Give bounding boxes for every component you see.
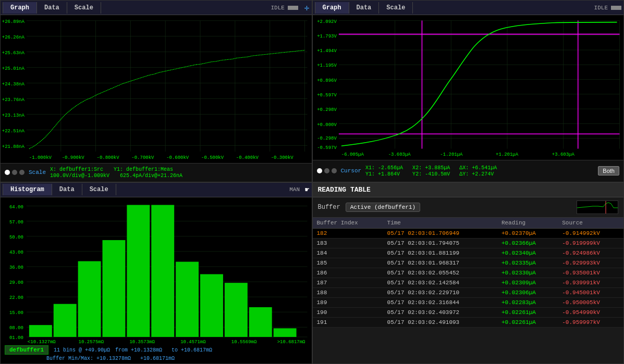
table-row[interactable]: 190 05/17 02:03:02.403972 +0.02261µA -0.… xyxy=(313,307,624,317)
tab-data-p1[interactable]: Data xyxy=(37,2,67,14)
svg-text:-0.298V: -0.298V xyxy=(317,135,337,141)
chart-area-p1: +26.89nA +26.26nA +25.63nA +25.01nA +24.… xyxy=(1,15,312,163)
svg-text:10.3573mΩ: 10.3573mΩ xyxy=(129,339,155,343)
cell-source: -0.914992kV xyxy=(558,228,623,238)
cell-reading: +0.02261µA xyxy=(497,307,558,317)
cell-source: -0.954990kV xyxy=(558,307,623,317)
cell-source: -0.935001kV xyxy=(558,268,623,278)
svg-text:-6.005µA: -6.005µA xyxy=(341,152,363,157)
dot-2-p1[interactable] xyxy=(12,170,17,175)
buffer-row: Buffer Active (defbuffer1) xyxy=(313,197,624,218)
cursor-info-p2: X1: -2.656µA X2: +3.885µA ΔX: +6.541µA Y… xyxy=(365,165,594,177)
table-row[interactable]: 183 05/17 02:03:01.794075 +0.02366µA -0.… xyxy=(313,238,624,248)
x-val-p1: 100.0V/div@-1.009kV xyxy=(50,173,109,179)
svg-text:+3.603µA: +3.603µA xyxy=(552,152,574,157)
cell-index: 189 xyxy=(313,297,383,307)
hist-bar-11 xyxy=(274,328,297,337)
dot-2-p2[interactable] xyxy=(324,168,329,173)
svg-text:43.00: 43.00 xyxy=(9,249,23,255)
buffer-select[interactable]: Active (defbuffer1) xyxy=(346,203,420,212)
table-row[interactable]: 185 05/17 02:03:01.968317 +0.02335µA -0.… xyxy=(313,258,624,268)
tab-histogram-p3[interactable]: Histogram xyxy=(3,184,52,195)
reading-table-title: READING TABLE xyxy=(313,183,624,197)
hist-bar-2 xyxy=(54,304,77,336)
dot-3-p1[interactable] xyxy=(19,170,25,175)
svg-text:15.00: 15.00 xyxy=(9,310,23,316)
tab-scale-p2[interactable]: Scale xyxy=(379,2,413,14)
dot-3-p2[interactable] xyxy=(332,168,337,173)
svg-text:+1.195V: +1.195V xyxy=(317,62,337,68)
svg-text:50.00: 50.00 xyxy=(9,234,23,240)
cell-time: 05/17 02:03:01.794075 xyxy=(383,238,497,248)
svg-text:-0.300kV: -0.300kV xyxy=(271,155,293,160)
cell-reading: +0.02330µA xyxy=(497,268,558,278)
table-row[interactable]: 189 05/17 02:03:02.316844 +0.02283µA -0.… xyxy=(313,297,624,307)
table-row[interactable]: 184 05/17 02:03:01.881199 +0.02340µA -0.… xyxy=(313,248,624,258)
svg-text:+0.896V: +0.896V xyxy=(317,78,337,83)
y-val-p1: 625.4pA/div@+21.26nA xyxy=(120,173,182,179)
range-info: from +10.1328mΩ to +10.6817mΩ xyxy=(115,347,212,353)
col-buffer-index: Buffer Index xyxy=(313,218,383,229)
table-row[interactable]: 187 05/17 02:03:02.142584 +0.02309µA -0.… xyxy=(313,278,624,287)
cell-time: 05/17 02:03:02.316844 xyxy=(383,297,497,307)
table-row[interactable]: 182 05/17 02:03:01.706949 +0.02370µA -0.… xyxy=(313,228,624,238)
svg-text:57.00: 57.00 xyxy=(9,219,23,224)
svg-text:10.4571mΩ: 10.4571mΩ xyxy=(180,339,206,343)
cell-source: -0.924986kV xyxy=(558,248,623,258)
panel-scurve: Graph Data Scale IDLE xyxy=(312,0,625,182)
move-icon-p1[interactable]: ✛ xyxy=(304,3,310,13)
tab-scale-p3[interactable]: Scale xyxy=(82,184,116,195)
svg-text:64.00: 64.00 xyxy=(9,204,23,209)
cursor-row1: X1: -2.656µA X2: +3.885µA ΔX: +6.541µA xyxy=(365,165,594,171)
cell-reading: +0.02306µA xyxy=(497,287,558,297)
idle-indicator-p2 xyxy=(611,6,621,10)
svg-text:+23.13nA: +23.13nA xyxy=(2,112,25,118)
cell-reading: +0.02335µA xyxy=(497,258,558,268)
svg-text:+2.092V: +2.092V xyxy=(317,18,337,24)
tab-graph-p2[interactable]: Graph xyxy=(315,2,349,14)
both-button[interactable]: Both xyxy=(598,166,619,175)
dot-controls-p1 xyxy=(5,170,25,175)
cell-index: 186 xyxy=(313,268,383,278)
svg-text:36.00: 36.00 xyxy=(9,264,23,270)
hist-bar-6 xyxy=(151,205,174,336)
svg-text:+0.597V: +0.597V xyxy=(317,92,337,98)
svg-text:29.00: 29.00 xyxy=(9,280,23,285)
hand-icon-p3: ☛ xyxy=(305,185,309,194)
svg-text:>10.6817mΩ: >10.6817mΩ xyxy=(277,339,305,343)
mini-chart xyxy=(577,200,618,214)
svg-text:+1.793V: +1.793V xyxy=(317,33,337,39)
tab-data-p3[interactable]: Data xyxy=(52,184,82,195)
tab-data-p2[interactable]: Data xyxy=(349,2,380,14)
bottom-bar-p1: Scale X: defbuffer1:Src Y1: defbuffer1:M… xyxy=(1,163,312,182)
dot-controls-p2 xyxy=(317,168,337,173)
cell-source: -0.939991kV xyxy=(558,278,623,287)
svg-text:+21.88nA: +21.88nA xyxy=(2,143,25,149)
status-p2: IDLE xyxy=(594,5,621,11)
tab-scale-p1[interactable]: Scale xyxy=(67,2,101,14)
col-time: Time xyxy=(383,218,497,229)
minmax-info: Buffer Min/Max: +10.13278mΩ +10.68171mΩ xyxy=(5,356,308,361)
table-row[interactable]: 188 05/17 02:03:02.229710 +0.02306µA -0.… xyxy=(313,287,624,297)
svg-text:-0.800kV: -0.800kV xyxy=(97,155,119,160)
svg-text:-0.600kV: -0.600kV xyxy=(166,155,189,160)
scale-info-p1: X: defbuffer1:Src Y1: defbuffer1:Meas 10… xyxy=(50,167,182,179)
table-row[interactable]: 191 05/17 02:03:02.491093 +0.02261µA -0.… xyxy=(313,317,624,327)
dot-1-p2[interactable] xyxy=(317,168,322,173)
tab-graph-p1[interactable]: Graph xyxy=(3,2,37,14)
svg-text:10.2575mΩ: 10.2575mΩ xyxy=(79,339,104,343)
status-p3: MAN ☛ xyxy=(289,185,309,194)
panel-iv-curve: Graph Data Scale IDLE ✛ xyxy=(0,0,312,182)
table-row[interactable]: 186 05/17 02:03:02.055452 +0.02330µA -0.… xyxy=(313,268,624,278)
dot-1-p1[interactable] xyxy=(5,170,10,175)
table-header: Buffer Index Time Reading Source xyxy=(313,218,624,229)
p3-bottom-bar: defbuffer1 11 bins @ +49.90µΩ from +10.1… xyxy=(1,343,312,363)
svg-text:+24.38nA: +24.38nA xyxy=(2,81,25,87)
svg-text:+25.01nA: +25.01nA xyxy=(2,66,25,71)
cell-index: 187 xyxy=(313,278,383,287)
cell-reading: +0.02370µA xyxy=(497,228,558,238)
panel1-topbar: Graph Data Scale IDLE ✛ xyxy=(1,1,312,15)
chart-area-p3: 64.00 57.00 50.00 43.00 36.00 29.00 22.0… xyxy=(1,197,312,344)
idle-text-p2: IDLE xyxy=(594,5,608,11)
svg-text:-1.201µA: -1.201µA xyxy=(440,152,462,157)
